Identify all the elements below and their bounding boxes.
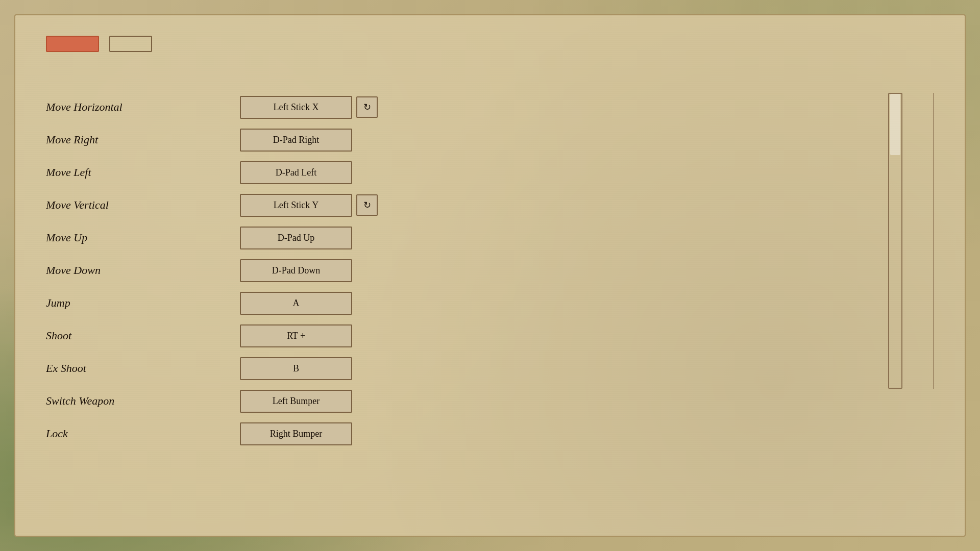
binding-row: Move HorizontalLeft Stick X↻: [46, 93, 883, 121]
binding-row: Move UpD-Pad Up: [46, 223, 883, 252]
key-binding-button[interactable]: Left Bumper: [240, 390, 352, 413]
action-label: Ex Shoot: [46, 362, 240, 375]
binding-buttons: A: [240, 292, 352, 315]
binding-buttons: D-Pad Up: [240, 227, 352, 249]
binding-row: Move VerticalLeft Stick Y↻: [46, 191, 883, 219]
action-label: Move Left: [46, 166, 240, 179]
key-binding-button[interactable]: D-Pad Right: [240, 129, 352, 152]
action-label: Switch Weapon: [46, 394, 240, 408]
scrollbar-track[interactable]: [888, 93, 902, 389]
binding-buttons: Left Stick X↻: [240, 96, 378, 119]
key-binding-button[interactable]: B: [240, 357, 352, 380]
binding-buttons: Left Stick Y↻: [240, 194, 378, 217]
key-binding-button[interactable]: Left Stick X: [240, 96, 352, 119]
binding-row: Ex ShootB: [46, 354, 883, 383]
key-binding-button[interactable]: RT +: [240, 324, 352, 347]
bindings-list: Move HorizontalLeft Stick X↻Move RightD-…: [46, 93, 883, 481]
binding-buttons: RT +: [240, 324, 352, 347]
binding-buttons: D-Pad Down: [240, 259, 352, 282]
binding-row: Move RightD-Pad Right: [46, 126, 883, 154]
invert-button[interactable]: ↻: [356, 194, 378, 216]
key-binding-button[interactable]: Right Bumper: [240, 422, 352, 445]
binding-buttons: B: [240, 357, 352, 380]
key-binding-button[interactable]: D-Pad Down: [240, 259, 352, 282]
action-label: Move Down: [46, 264, 240, 277]
action-label: Jump: [46, 296, 240, 310]
binding-row: Move LeftD-Pad Left: [46, 158, 883, 187]
action-label: Lock: [46, 427, 240, 440]
binding-row: LockRight Bumper: [46, 419, 883, 448]
key-binding-button[interactable]: D-Pad Up: [240, 227, 352, 249]
binding-buttons: Left Bumper: [240, 390, 352, 413]
key-binding-button[interactable]: A: [240, 292, 352, 315]
action-label: Shoot: [46, 329, 240, 342]
done-button[interactable]: [46, 36, 99, 52]
action-label: Move Horizontal: [46, 101, 240, 114]
binding-row: ShootRT +: [46, 321, 883, 350]
binding-row: Move DownD-Pad Down: [46, 256, 883, 285]
binding-buttons: D-Pad Left: [240, 161, 352, 184]
action-label: Move Up: [46, 231, 240, 244]
toolbar: [46, 36, 934, 52]
main-panel: Move HorizontalLeft Stick X↻Move RightD-…: [14, 14, 966, 537]
binding-row: JumpA: [46, 289, 883, 317]
binding-row: Switch WeaponLeft Bumper: [46, 387, 883, 415]
binding-buttons: D-Pad Right: [240, 129, 352, 152]
restore-defaults-button[interactable]: [109, 36, 152, 52]
vertical-divider: [933, 93, 934, 389]
action-label: Move Vertical: [46, 198, 240, 212]
action-label: Move Right: [46, 133, 240, 146]
binding-buttons: Right Bumper: [240, 422, 352, 445]
bindings-container: Move HorizontalLeft Stick X↻Move RightD-…: [46, 93, 934, 481]
invert-button[interactable]: ↻: [356, 96, 378, 118]
scrollbar-thumb[interactable]: [890, 94, 900, 155]
key-binding-button[interactable]: Left Stick Y: [240, 194, 352, 217]
key-binding-button[interactable]: D-Pad Left: [240, 161, 352, 184]
